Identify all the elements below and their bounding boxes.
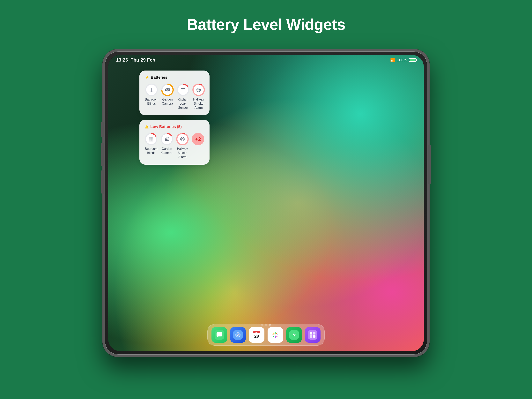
device-item-bedroom-blinds[interactable]: Bedroom Blinds xyxy=(145,133,158,159)
camera-icon xyxy=(165,87,170,93)
svg-rect-41 xyxy=(313,332,316,335)
ring-garden-camera-2 xyxy=(161,133,173,145)
wifi-icon: 📶 xyxy=(390,58,395,62)
svg-rect-43 xyxy=(313,335,316,338)
ipad-device: 13:26 Thu 29 Feb 📶 100% ⚡ Batteries xyxy=(102,49,430,357)
status-right: 📶 100% xyxy=(390,58,416,62)
batteries-device-grid: Bathroom Blinds xyxy=(145,84,204,110)
ipad-screen: 13:26 Thu 29 Feb 📶 100% ⚡ Batteries xyxy=(108,55,424,351)
page-title: Battery Level Widgets xyxy=(187,16,345,33)
ring-bedroom-blinds xyxy=(145,133,157,145)
svg-point-23 xyxy=(166,139,167,140)
batteries-widget[interactable]: ⚡ Batteries xyxy=(139,71,209,115)
low-batteries-widget[interactable]: ⚠️ Low Batteries (5) xyxy=(139,120,209,164)
status-time: 13:26 Thu 29 Feb xyxy=(116,57,155,63)
svg-text:29: 29 xyxy=(254,334,259,339)
blinds-icon xyxy=(149,87,154,93)
device-item-hallway-smoke-alarm-2[interactable]: Hallway Smoke Alarm xyxy=(176,133,189,159)
svg-rect-5 xyxy=(151,88,152,92)
camera-icon-2 xyxy=(164,136,170,142)
lightning-icon: ⚡ xyxy=(145,75,149,80)
device-item-garden-camera[interactable]: Garden Camera xyxy=(161,84,174,110)
dock-photos[interactable] xyxy=(267,327,283,343)
svg-rect-42 xyxy=(310,335,312,338)
widget-title-low-batteries: Low Batteries (5) xyxy=(150,124,182,129)
mute-button[interactable] xyxy=(101,170,104,194)
ring-kitchen-leak-sensor xyxy=(177,84,189,96)
widgets-area: ⚡ Batteries xyxy=(139,71,209,165)
widget-header-low-batteries: ⚠️ Low Batteries (5) xyxy=(145,124,204,129)
svg-rect-21 xyxy=(151,137,152,141)
svg-text:THU: THU xyxy=(255,332,258,333)
label-kitchen-leak-sensor: Kitchen Leak Sensor xyxy=(177,98,189,110)
status-bar: 13:26 Thu 29 Feb 📶 100% xyxy=(108,55,424,65)
svg-rect-39 xyxy=(308,330,317,340)
device-item-more[interactable]: +2 xyxy=(192,133,204,159)
sensor-icon xyxy=(180,87,186,93)
svg-point-37 xyxy=(274,334,276,336)
extra-devices-badge: +2 xyxy=(192,133,204,145)
svg-point-11 xyxy=(182,90,183,90)
label-hallway-smoke-alarm-2: Hallway Smoke Alarm xyxy=(176,147,189,159)
ring-hallway-smoke-alarm-2 xyxy=(176,133,189,145)
warning-icon: ⚠️ xyxy=(145,125,149,129)
label-hallway-smoke-alarm: Hallway Smoke Alarm xyxy=(192,98,205,110)
dock: THU 29 xyxy=(207,324,325,346)
dock-messages[interactable] xyxy=(211,327,227,343)
label-bedroom-blinds: Bedroom Blinds xyxy=(145,147,158,155)
label-bathroom-blinds: Bathroom Blinds xyxy=(145,98,158,106)
ring-hallway-smoke-alarm xyxy=(192,84,205,96)
label-garden-camera-2: Garden Camera xyxy=(161,147,173,155)
device-item-garden-camera-2[interactable]: Garden Camera xyxy=(161,133,173,159)
widget-header-batteries: ⚡ Batteries xyxy=(145,75,204,80)
device-item-kitchen-leak-sensor[interactable]: Kitchen Leak Sensor xyxy=(177,84,189,110)
dock-calendar[interactable]: THU 29 xyxy=(249,327,265,343)
svg-point-30 xyxy=(238,335,238,335)
svg-rect-40 xyxy=(310,332,312,335)
ring-bathroom-blinds xyxy=(145,84,158,96)
volume-up-button[interactable] xyxy=(101,122,104,137)
low-batteries-device-grid: Bedroom Blinds xyxy=(145,133,204,159)
dock-widgetkit[interactable] xyxy=(305,327,321,343)
dock-battery-app[interactable] xyxy=(286,327,302,343)
smoke-alarm-icon xyxy=(196,87,202,93)
battery-percent: 100% xyxy=(397,58,407,62)
dock-safari[interactable] xyxy=(230,327,246,343)
battery-icon xyxy=(409,58,416,62)
ring-garden-camera xyxy=(161,84,174,96)
device-item-hallway-smoke-alarm[interactable]: Hallway Smoke Alarm xyxy=(192,84,205,110)
widget-title-batteries: Batteries xyxy=(151,75,167,80)
power-button[interactable] xyxy=(428,145,431,184)
label-garden-camera: Garden Camera xyxy=(161,98,174,106)
svg-point-7 xyxy=(167,89,168,90)
smoke-alarm-icon-2 xyxy=(180,136,185,142)
volume-down-button[interactable] xyxy=(101,143,104,166)
blinds-icon-2 xyxy=(148,136,154,142)
svg-point-12 xyxy=(183,90,184,90)
svg-point-13 xyxy=(184,90,184,90)
device-item-bathroom-blinds[interactable]: Bathroom Blinds xyxy=(145,84,158,110)
